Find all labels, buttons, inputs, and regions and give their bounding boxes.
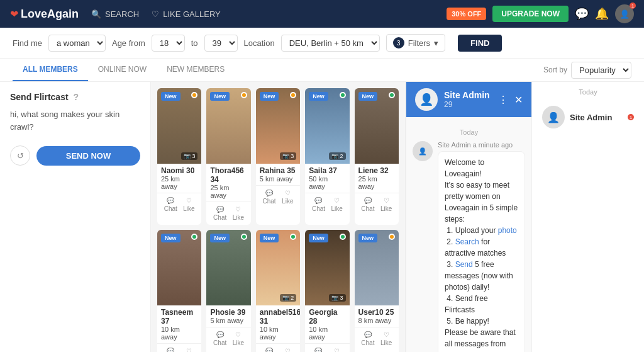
- card-actions: 💬 Chat ♡ Like: [256, 343, 300, 352]
- member-card: New Liene 32 25 km away 💬 Chat ♡ Like: [355, 88, 399, 225]
- filters-button[interactable]: 3 Filters ▾: [386, 34, 445, 52]
- filter-bar: Find me a woman a man Age from 181920 to…: [0, 28, 644, 59]
- like-icon: ♡: [235, 206, 241, 213]
- chevron-down-icon: ▾: [434, 38, 438, 48]
- tabs: ALL MEMBERS ONLINE NOW NEW MEMBERS Sort …: [0, 59, 644, 82]
- chat-action[interactable]: 💬 Chat: [164, 197, 177, 212]
- chat-action[interactable]: 💬 Chat: [263, 348, 276, 352]
- member-distance: 5 km away: [210, 317, 247, 324]
- refresh-button[interactable]: ↺: [10, 145, 30, 166]
- sort-select[interactable]: Popularity: [571, 62, 631, 79]
- chat-icon: 💬: [314, 197, 322, 204]
- like-action[interactable]: ♡ Like: [233, 206, 244, 221]
- like-action[interactable]: ♡ Like: [282, 348, 293, 352]
- member-distance: 10 km away: [260, 326, 296, 341]
- like-icon: ♡: [384, 197, 389, 204]
- upload-photo-link[interactable]: photo: [498, 226, 517, 235]
- member-card: New User10 25 8 km away 💬 Chat ♡ Like: [355, 230, 399, 352]
- online-indicator: [241, 234, 247, 240]
- card-image: New 📷 3: [256, 88, 300, 164]
- member-name: Liene 32: [358, 166, 395, 175]
- like-gallery-nav-item[interactable]: ♡ LIKE GALLERY: [152, 9, 221, 19]
- member-distance: 25 km away: [210, 184, 247, 199]
- tab-new-members[interactable]: NEW MEMBERS: [157, 59, 235, 81]
- age-from-label: Age from: [112, 38, 145, 48]
- location-label: Location: [244, 38, 275, 48]
- chat-action[interactable]: 💬 Chat: [361, 331, 374, 346]
- logo[interactable]: ❤ LoveAgain: [10, 8, 79, 21]
- bell-icon[interactable]: 🔔: [595, 7, 609, 21]
- photo-count: 📷 2: [280, 294, 297, 302]
- card-info: Rahina 35 5 km away: [256, 164, 300, 185]
- card-image: New 📷 2: [256, 230, 300, 305]
- chat-action[interactable]: 💬 Chat: [312, 197, 325, 212]
- flirtcast-panel: Send Flirtcast ? hi, what song makes you…: [0, 82, 151, 352]
- age-from-select[interactable]: 181920: [152, 35, 185, 52]
- member-distance: 8 km away: [358, 317, 395, 324]
- avatar[interactable]: 👤 1: [615, 4, 634, 23]
- member-card: New 📷 2 annabel516 31 10 km away 💬 Chat …: [256, 230, 300, 352]
- search-link[interactable]: Search: [455, 237, 479, 246]
- chat-icon: 💬: [216, 331, 224, 338]
- tab-all-members[interactable]: ALL MEMBERS: [13, 59, 88, 81]
- gender-select[interactable]: a woman a man: [48, 35, 106, 52]
- chat-msg-avatar-icon: 👤: [418, 147, 427, 156]
- like-action[interactable]: ♡ Like: [282, 190, 293, 205]
- like-action[interactable]: ♡ Like: [183, 197, 194, 212]
- search-nav-item[interactable]: 🔍 SEARCH: [91, 9, 139, 19]
- age-to-select[interactable]: 394050: [204, 35, 238, 52]
- like-icon: ♡: [334, 197, 340, 204]
- filters-label: Filters: [408, 38, 430, 48]
- member-card: New 📷 3 Georgia 28 10 km away 💬 Chat ♡ L…: [305, 230, 349, 352]
- like-icon: ♡: [334, 348, 340, 352]
- find-button[interactable]: FIND: [458, 35, 502, 52]
- like-label: Like: [331, 205, 342, 212]
- member-distance: 10 km away: [309, 326, 345, 341]
- tab-online-now[interactable]: ONLINE NOW: [88, 59, 157, 81]
- like-action[interactable]: ♡ Like: [331, 197, 342, 212]
- member-name: Saila 37: [309, 166, 345, 175]
- like-action[interactable]: ♡ Like: [380, 331, 392, 346]
- like-gallery-nav-label: LIKE GALLERY: [163, 9, 221, 19]
- chat-action[interactable]: 💬 Chat: [213, 206, 226, 221]
- like-action[interactable]: ♡ Like: [183, 348, 194, 352]
- chat-action[interactable]: 💬 Chat: [312, 348, 325, 352]
- chat-container: 👤 Site Admin 29 ⋮ ✕ Today 👤: [405, 82, 644, 352]
- member-name: Tasneem 37: [161, 308, 197, 326]
- like-action[interactable]: ♡ Like: [331, 348, 342, 352]
- like-label: Like: [233, 214, 244, 221]
- send-link[interactable]: Send: [455, 260, 473, 269]
- chat-more-icon[interactable]: ⋮: [498, 94, 508, 106]
- like-action[interactable]: ♡ Like: [380, 197, 392, 212]
- like-label: Like: [183, 205, 194, 212]
- info-icon[interactable]: ?: [74, 92, 79, 102]
- chat-action[interactable]: 💬 Chat: [263, 190, 276, 205]
- new-badge: New: [309, 92, 328, 101]
- chat-label: Chat: [312, 205, 325, 212]
- member-card: New 📷 3 Rahina 35 5 km away 💬 Chat ♡ Lik…: [256, 88, 300, 225]
- chat-header-info: Site Admin 29: [444, 90, 490, 109]
- online-indicator: [191, 92, 197, 98]
- chat-action[interactable]: 💬 Chat: [361, 197, 374, 212]
- card-actions: 💬 Chat ♡ Like: [355, 193, 399, 216]
- card-info: Liene 32 25 km away: [355, 164, 399, 193]
- send-now-button[interactable]: SEND NOW: [36, 146, 140, 166]
- card-actions: 💬 Chat ♡ Like: [157, 343, 201, 352]
- chat-icon: 💬: [314, 348, 322, 352]
- heart-icon: ♡: [152, 9, 159, 19]
- card-actions: 💬 Chat ♡ Like: [206, 327, 250, 350]
- chat-action[interactable]: 💬 Chat: [164, 348, 177, 352]
- logo-text: LoveAgain: [21, 8, 79, 21]
- chat-action[interactable]: 💬 Chat: [213, 331, 226, 346]
- location-select[interactable]: DEU, Berlin + 50 km: [281, 35, 380, 52]
- chat-close-icon[interactable]: ✕: [514, 94, 523, 106]
- discount-badge: 30% OFF: [447, 8, 486, 20]
- chat-right-item[interactable]: 👤 Site Admin 1: [538, 102, 638, 132]
- chat-right-date: Today: [538, 88, 638, 96]
- upgrade-button[interactable]: UPGRADE NOW: [492, 6, 569, 22]
- chat-admin-avatar: 👤: [415, 88, 438, 111]
- online-indicator: [389, 92, 395, 98]
- like-action[interactable]: ♡ Like: [233, 331, 244, 346]
- message-icon[interactable]: 💬: [575, 7, 589, 21]
- photo-count: 📷 3: [280, 152, 297, 160]
